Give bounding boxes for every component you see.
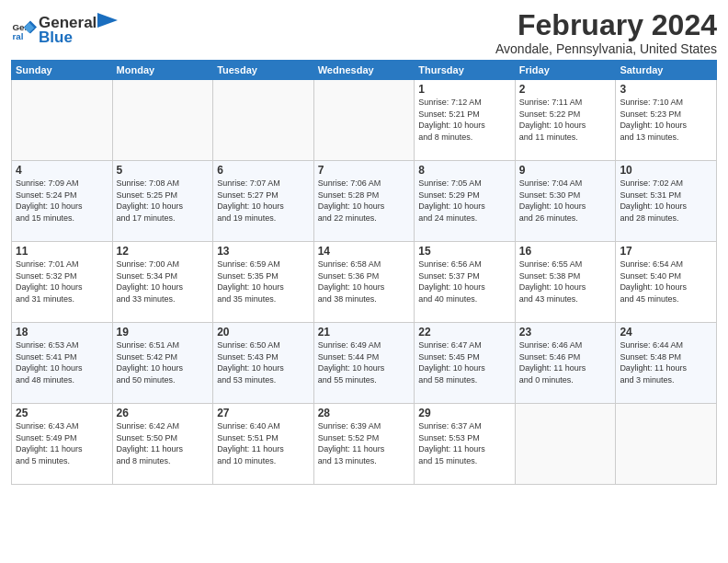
day-number: 5 [117, 164, 210, 177]
day-cell: 20Sunrise: 6:50 AM Sunset: 5:43 PM Dayli… [213, 323, 314, 404]
day-cell: 18Sunrise: 6:53 AM Sunset: 5:41 PM Dayli… [12, 323, 113, 404]
day-info: Sunrise: 7:06 AM Sunset: 5:28 PM Dayligh… [318, 178, 411, 224]
day-info: Sunrise: 6:50 AM Sunset: 5:43 PM Dayligh… [217, 339, 310, 385]
day-number: 29 [418, 407, 511, 419]
day-cell: 7Sunrise: 7:06 AM Sunset: 5:28 PM Daylig… [313, 161, 415, 242]
day-number: 11 [16, 245, 108, 258]
day-number: 26 [117, 407, 210, 419]
day-number: 3 [620, 83, 712, 96]
day-info: Sunrise: 6:42 AM Sunset: 5:50 PM Dayligh… [117, 420, 210, 466]
day-number: 19 [117, 326, 210, 339]
week-row-1: 1Sunrise: 7:12 AM Sunset: 5:21 PM Daylig… [12, 80, 717, 161]
day-cell: 25Sunrise: 6:43 AM Sunset: 5:49 PM Dayli… [12, 404, 113, 485]
day-cell: 21Sunrise: 6:49 AM Sunset: 5:44 PM Dayli… [313, 323, 415, 404]
day-cell: 12Sunrise: 7:00 AM Sunset: 5:34 PM Dayli… [112, 242, 213, 323]
day-number: 14 [318, 245, 411, 258]
week-row-5: 25Sunrise: 6:43 AM Sunset: 5:49 PM Dayli… [12, 404, 717, 485]
day-info: Sunrise: 7:07 AM Sunset: 5:27 PM Dayligh… [217, 178, 310, 224]
svg-marker-4 [97, 13, 118, 28]
day-info: Sunrise: 6:39 AM Sunset: 5:52 PM Dayligh… [318, 420, 411, 466]
day-cell: 8Sunrise: 7:05 AM Sunset: 5:29 PM Daylig… [415, 161, 516, 242]
day-number: 6 [217, 164, 310, 177]
day-number: 9 [519, 164, 612, 177]
day-number: 24 [620, 326, 712, 339]
day-info: Sunrise: 7:02 AM Sunset: 5:31 PM Dayligh… [620, 178, 712, 224]
day-cell: 17Sunrise: 6:54 AM Sunset: 5:40 PM Dayli… [616, 242, 717, 323]
day-info: Sunrise: 7:08 AM Sunset: 5:25 PM Dayligh… [117, 178, 210, 224]
col-header-saturday: Saturday [616, 61, 717, 80]
col-header-monday: Monday [112, 61, 213, 80]
day-info: Sunrise: 6:54 AM Sunset: 5:40 PM Dayligh… [620, 259, 712, 304]
day-cell: 5Sunrise: 7:08 AM Sunset: 5:25 PM Daylig… [112, 161, 213, 242]
day-cell: 4Sunrise: 7:09 AM Sunset: 5:24 PM Daylig… [12, 161, 113, 242]
day-number: 2 [519, 83, 612, 96]
logo-flag-icon [97, 13, 118, 28]
col-header-wednesday: Wednesday [313, 61, 415, 80]
day-cell: 9Sunrise: 7:04 AM Sunset: 5:30 PM Daylig… [515, 161, 616, 242]
day-info: Sunrise: 6:58 AM Sunset: 5:36 PM Dayligh… [318, 259, 411, 304]
location: Avondale, Pennsylvania, United States [495, 41, 717, 56]
day-info: Sunrise: 6:59 AM Sunset: 5:35 PM Dayligh… [217, 259, 310, 304]
calendar-container: Gene ral General Blue February 2024 Avon… [0, 0, 728, 492]
day-number: 28 [318, 407, 411, 419]
day-number: 10 [620, 164, 712, 177]
day-cell: 24Sunrise: 6:44 AM Sunset: 5:48 PM Dayli… [616, 323, 717, 404]
day-info: Sunrise: 6:53 AM Sunset: 5:41 PM Dayligh… [16, 339, 108, 385]
day-cell [616, 404, 717, 485]
day-number: 17 [620, 245, 712, 258]
day-info: Sunrise: 7:00 AM Sunset: 5:34 PM Dayligh… [117, 259, 210, 304]
day-cell: 6Sunrise: 7:07 AM Sunset: 5:27 PM Daylig… [213, 161, 314, 242]
day-number: 27 [217, 407, 310, 419]
day-info: Sunrise: 6:44 AM Sunset: 5:48 PM Dayligh… [620, 339, 712, 385]
day-cell: 23Sunrise: 6:46 AM Sunset: 5:46 PM Dayli… [515, 323, 616, 404]
day-info: Sunrise: 7:05 AM Sunset: 5:29 PM Dayligh… [418, 178, 511, 224]
day-cell [515, 404, 616, 485]
day-info: Sunrise: 6:43 AM Sunset: 5:49 PM Dayligh… [16, 420, 108, 466]
col-header-friday: Friday [515, 61, 616, 80]
day-number: 13 [217, 245, 310, 258]
day-cell: 22Sunrise: 6:47 AM Sunset: 5:45 PM Dayli… [415, 323, 516, 404]
day-cell: 3Sunrise: 7:10 AM Sunset: 5:23 PM Daylig… [616, 80, 717, 161]
day-info: Sunrise: 7:10 AM Sunset: 5:23 PM Dayligh… [620, 97, 712, 143]
day-cell: 11Sunrise: 7:01 AM Sunset: 5:32 PM Dayli… [12, 242, 113, 323]
day-cell: 26Sunrise: 6:42 AM Sunset: 5:50 PM Dayli… [112, 404, 213, 485]
day-number: 7 [318, 164, 411, 177]
day-info: Sunrise: 7:11 AM Sunset: 5:22 PM Dayligh… [519, 97, 612, 143]
title-block: February 2024 Avondale, Pennsylvania, Un… [495, 9, 717, 56]
day-cell: 1Sunrise: 7:12 AM Sunset: 5:21 PM Daylig… [415, 80, 516, 161]
day-info: Sunrise: 7:09 AM Sunset: 5:24 PM Dayligh… [16, 178, 108, 224]
col-header-sunday: Sunday [12, 61, 113, 80]
logo-icon: Gene ral [11, 17, 37, 43]
day-info: Sunrise: 6:51 AM Sunset: 5:42 PM Dayligh… [117, 339, 210, 385]
day-number: 25 [16, 407, 108, 419]
day-info: Sunrise: 7:01 AM Sunset: 5:32 PM Dayligh… [16, 259, 108, 304]
day-cell: 27Sunrise: 6:40 AM Sunset: 5:51 PM Dayli… [213, 404, 314, 485]
day-info: Sunrise: 7:04 AM Sunset: 5:30 PM Dayligh… [519, 178, 612, 224]
week-row-2: 4Sunrise: 7:09 AM Sunset: 5:24 PM Daylig… [12, 161, 717, 242]
day-cell: 16Sunrise: 6:55 AM Sunset: 5:38 PM Dayli… [515, 242, 616, 323]
day-number: 8 [418, 164, 511, 177]
day-cell: 13Sunrise: 6:59 AM Sunset: 5:35 PM Dayli… [213, 242, 314, 323]
svg-text:ral: ral [12, 30, 23, 40]
day-number: 1 [418, 83, 511, 96]
day-cell: 10Sunrise: 7:02 AM Sunset: 5:31 PM Dayli… [616, 161, 717, 242]
col-header-thursday: Thursday [415, 61, 516, 80]
day-number: 12 [117, 245, 210, 258]
day-cell: 28Sunrise: 6:39 AM Sunset: 5:52 PM Dayli… [313, 404, 415, 485]
day-number: 20 [217, 326, 310, 339]
day-number: 21 [318, 326, 411, 339]
logo: Gene ral General Blue [11, 13, 119, 47]
day-info: Sunrise: 7:12 AM Sunset: 5:21 PM Dayligh… [418, 97, 511, 143]
day-cell: 15Sunrise: 6:56 AM Sunset: 5:37 PM Dayli… [415, 242, 516, 323]
day-info: Sunrise: 6:46 AM Sunset: 5:46 PM Dayligh… [519, 339, 612, 385]
day-number: 15 [418, 245, 511, 258]
day-info: Sunrise: 6:40 AM Sunset: 5:51 PM Dayligh… [217, 420, 310, 466]
day-number: 4 [16, 164, 108, 177]
day-cell: 19Sunrise: 6:51 AM Sunset: 5:42 PM Dayli… [112, 323, 213, 404]
week-row-4: 18Sunrise: 6:53 AM Sunset: 5:41 PM Dayli… [12, 323, 717, 404]
day-info: Sunrise: 6:49 AM Sunset: 5:44 PM Dayligh… [318, 339, 411, 385]
day-cell [112, 80, 213, 161]
day-number: 18 [16, 326, 108, 339]
day-number: 23 [519, 326, 612, 339]
week-row-3: 11Sunrise: 7:01 AM Sunset: 5:32 PM Dayli… [12, 242, 717, 323]
